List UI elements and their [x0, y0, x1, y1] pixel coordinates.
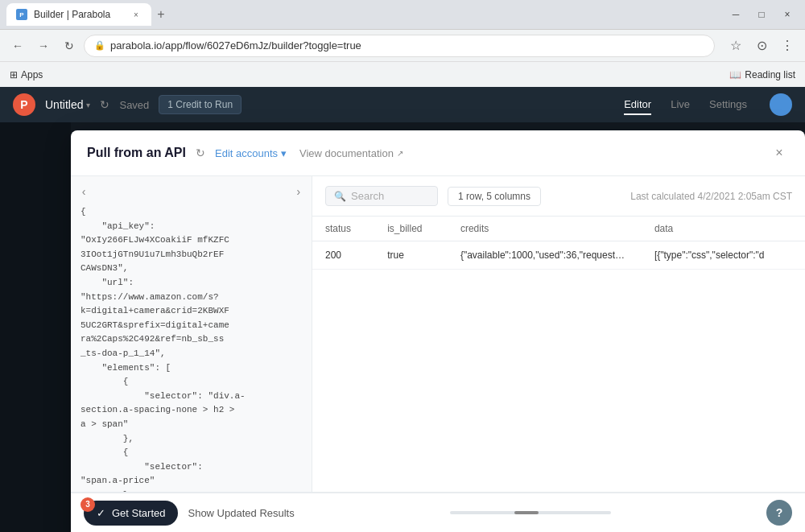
external-link-icon: ↗ [397, 149, 403, 158]
modal-title: Pull from an API [87, 146, 186, 160]
user-avatar[interactable] [770, 93, 792, 116]
apps-bookmark[interactable]: ⊞ Apps [10, 69, 43, 80]
check-icon: ✓ [97, 507, 105, 519]
modal-body: ‹ › { "api_key": "OxIy266FLJw4XCoakiiF m… [71, 176, 805, 532]
search-placeholder: Search [351, 190, 384, 202]
table-header: status is_billed credits data [312, 217, 805, 241]
results-table: status is_billed credits data 200 true {… [312, 217, 805, 270]
json-panel: ‹ › { "api_key": "OxIy266FLJw4XCoakiiF m… [71, 176, 312, 532]
profile-button[interactable]: ⊙ [750, 35, 773, 57]
credits-button[interactable]: 1 Credit to Run [159, 95, 242, 114]
reading-list-label: Reading list [745, 69, 795, 80]
new-tab-button[interactable]: + [151, 5, 171, 24]
col-status: status [312, 217, 374, 241]
back-button[interactable]: ← [6, 35, 29, 57]
nav-settings[interactable]: Settings [709, 95, 747, 115]
maximize-button[interactable]: □ [750, 3, 773, 26]
get-started-button[interactable]: ✓ Get Started [84, 501, 178, 526]
scrollbar-thumb[interactable] [514, 511, 539, 514]
col-is-billed: is_billed [374, 217, 448, 241]
tab-favicon: P [16, 9, 27, 20]
bookmarks-bar: ⊞ Apps 📖 Reading list [0, 61, 805, 87]
close-window-button[interactable]: × [776, 3, 799, 26]
cell-data: [{"type":"css","selector":"d [642, 241, 805, 270]
json-content: { "api_key": "OxIy266FLJw4XCoakiiF mfKZF… [80, 205, 302, 531]
view-docs-button[interactable]: View documentation ↗ [299, 147, 403, 159]
scrollbar-area [304, 511, 757, 514]
table-body: 200 true {"available":1000,"used":36,"re… [312, 241, 805, 270]
rows-badge: 1 row, 5 columns [448, 187, 541, 206]
minimize-button[interactable]: ─ [724, 3, 747, 26]
browser-controls: ← → ↻ 🔒 parabola.io/app/flow/6027eD6mJz/… [0, 29, 805, 61]
tab-title: Builder | Parabola [34, 9, 110, 20]
browser-tab[interactable]: P Builder | Parabola × [6, 3, 151, 26]
lock-icon: 🔒 [94, 40, 105, 51]
bottom-bar: ✓ Get Started 3 Show Updated Results ? [71, 492, 805, 532]
col-credits: credits [448, 217, 642, 241]
api-modal: Pull from an API ↻ Edit accounts ▾ View … [71, 130, 805, 532]
star-button[interactable]: ☆ [724, 35, 747, 57]
col-data: data [642, 217, 805, 241]
menu-button[interactable]: ⋮ [776, 35, 799, 57]
title-chevron-icon[interactable]: ▾ [86, 101, 90, 109]
flow-title[interactable]: Untitled [45, 98, 83, 111]
address-bar[interactable]: 🔒 parabola.io/app/flow/6027eD6mJz/builde… [84, 35, 715, 57]
modal-refresh-icon[interactable]: ↻ [196, 146, 205, 159]
forward-button[interactable]: → [32, 35, 55, 57]
edit-accounts-button[interactable]: Edit accounts ▾ [215, 147, 287, 159]
help-button[interactable]: ? [766, 500, 792, 526]
parabola-logo: P [13, 93, 35, 116]
browser-titlebar: P Builder | Parabola × + ─ □ × [0, 0, 805, 29]
get-started-wrapper: ✓ Get Started 3 [84, 501, 178, 526]
nav-live[interactable]: Live [671, 95, 690, 115]
search-input[interactable]: 🔍 Search [325, 186, 438, 206]
app-nav: Editor Live Settings [624, 95, 747, 115]
header-row: status is_billed credits data [312, 217, 805, 241]
cell-is-billed: true [374, 241, 448, 270]
browser-actions: ☆ ⊙ ⋮ [724, 35, 799, 57]
scrollbar-track [450, 511, 611, 514]
show-results-button[interactable]: Show Updated Results [188, 507, 294, 519]
cell-credits: {"available":1000,"used":36,"request_cos… [448, 241, 642, 270]
apps-grid-icon: ⊞ [10, 69, 18, 80]
last-calculated: Last calculated 4/2/2021 2:05am CST [630, 191, 792, 202]
cell-status: 200 [312, 241, 374, 270]
url-text: parabola.io/app/flow/6027eD6mJz/builder?… [110, 39, 361, 52]
get-started-label: Get Started [112, 507, 165, 519]
json-panel-right-arrow[interactable]: › [295, 186, 302, 199]
edit-accounts-chevron-icon: ▾ [281, 147, 287, 159]
data-table: status is_billed credits data 200 true {… [312, 217, 805, 532]
json-panel-left-arrow[interactable]: ‹ [80, 186, 87, 199]
main-area: Pull from an API ↻ Edit accounts ▾ View … [0, 122, 805, 532]
modal-close-button[interactable]: × [770, 143, 789, 163]
results-toolbar: 🔍 Search 1 row, 5 columns Last calculate… [312, 176, 805, 217]
window-controls: ─ □ × [724, 3, 799, 26]
flow-refresh-button[interactable]: ↻ [100, 98, 109, 111]
get-started-badge: 3 [80, 497, 95, 512]
json-panel-controls: ‹ › [80, 186, 302, 199]
search-icon: 🔍 [334, 191, 346, 202]
results-panel: 🔍 Search 1 row, 5 columns Last calculate… [312, 176, 805, 532]
view-docs-label: View documentation [299, 147, 394, 159]
app-title-area: Untitled ▾ [45, 98, 90, 111]
reload-button[interactable]: ↻ [58, 35, 80, 57]
nav-editor[interactable]: Editor [624, 95, 651, 115]
app-header: P Untitled ▾ ↻ Saved 1 Credit to Run Edi… [0, 87, 805, 122]
reading-list[interactable]: 📖 Reading list [729, 69, 795, 80]
table-row: 200 true {"available":1000,"used":36,"re… [312, 241, 805, 270]
apps-label: Apps [21, 69, 43, 80]
save-status: Saved [119, 99, 149, 111]
edit-accounts-label: Edit accounts [215, 147, 278, 159]
tab-close-button[interactable]: × [130, 9, 142, 20]
reading-list-icon: 📖 [729, 69, 741, 80]
modal-header: Pull from an API ↻ Edit accounts ▾ View … [71, 130, 805, 176]
browser-chrome: P Builder | Parabola × + ─ □ × ← → ↻ 🔒 p… [0, 0, 805, 87]
